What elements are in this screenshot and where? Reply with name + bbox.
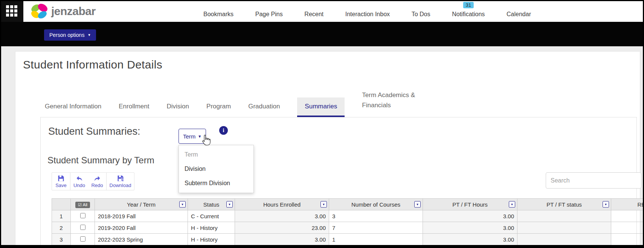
nav-to-dos[interactable]: To Dos (412, 11, 430, 18)
top-bar: jenzabar Bookmarks Page Pins Recent Inte… (0, 0, 644, 22)
grid-header-row: ☑ All Year / Term ▼ Status ▼ (52, 199, 644, 210)
redo-button[interactable]: Redo (88, 173, 106, 190)
rbi-cell (611, 210, 644, 222)
redo-icon (93, 175, 101, 182)
menu-item-subterm-division[interactable]: Subterm Division (179, 176, 253, 190)
jenzabar-logo: jenzabar (30, 2, 96, 20)
tab-graduation[interactable]: Graduation (248, 97, 280, 117)
col-number-of-courses-label: Number of Courses (351, 201, 400, 208)
search-input[interactable] (546, 172, 641, 189)
filter-icon[interactable]: ▼ (320, 201, 327, 208)
download-button[interactable]: Download (106, 173, 134, 190)
ptft-hours-cell: 3.00 (423, 210, 517, 222)
filter-icon[interactable]: ▼ (603, 201, 609, 208)
summary-grid: ☑ All Year / Term ▼ Status ▼ (52, 198, 644, 245)
col-number-of-courses: Number of Courses ▼ (329, 199, 423, 210)
row-select-cell (71, 234, 95, 245)
check-icon: ☑ (78, 202, 82, 207)
row-number: 1 (52, 210, 71, 222)
filter-icon[interactable]: ▼ (509, 201, 515, 208)
app-window: jenzabar Bookmarks Page Pins Recent Inte… (0, 0, 644, 248)
tab-division[interactable]: Division (167, 97, 189, 117)
nav-recent[interactable]: Recent (304, 11, 324, 18)
tab-enrollment[interactable]: Enrollment (119, 97, 149, 117)
ptft-status-cell (517, 234, 611, 245)
table-row: 3 2022-2023 Spring H - History 3.00 1 3.… (52, 234, 644, 245)
undo-button[interactable]: Undo (70, 173, 88, 190)
tab-summaries[interactable]: Summaries (297, 97, 345, 117)
year-term-cell[interactable]: 2018-2019 Fall (95, 210, 188, 222)
hours-enrolled-cell: 3.00 (235, 234, 329, 245)
num-courses-cell[interactable]: 3 (329, 210, 423, 222)
row-checkbox[interactable] (80, 213, 85, 218)
table-row: 1 2018-2019 Fall C - Current 3.00 3 3.00 (52, 210, 644, 222)
menu-item-division[interactable]: Division (179, 162, 253, 176)
status-cell[interactable]: H - History (188, 234, 235, 245)
status-cell[interactable]: H - History (188, 222, 235, 234)
col-year-term-label: Year / Term (127, 201, 156, 208)
nav-page-pins[interactable]: Page Pins (255, 11, 283, 18)
nav-calendar[interactable]: Calendar (507, 11, 531, 18)
row-checkbox[interactable] (80, 236, 85, 242)
tab-bar: General Information Enrollment Division … (45, 88, 427, 117)
person-options-label: Person options (49, 32, 84, 38)
col-status-label: Status (203, 201, 220, 208)
summaries-panel: Student Summaries: Term ▼ i Student Summ… (40, 117, 637, 248)
col-ptft-hours: PT / FT Hours ▼ (423, 199, 517, 210)
content-card: Student Information Details General Info… (15, 51, 640, 248)
ptft-status-cell (517, 222, 611, 234)
person-options-button[interactable]: Person options ▼ (44, 29, 96, 41)
brand-wordmark: jenzabar (51, 5, 96, 18)
notifications-count-badge: 31 (463, 2, 474, 8)
save-label: Save (55, 183, 67, 188)
summary-view-dropdown-button[interactable]: Term ▼ (179, 129, 206, 144)
summary-view-value: Term (183, 133, 195, 140)
status-cell[interactable]: C - Current (188, 210, 235, 222)
col-status: Status ▼ (188, 199, 235, 210)
num-courses-cell[interactable]: 7 (329, 222, 423, 234)
nav-interaction-inbox[interactable]: Interaction Inbox (345, 11, 390, 18)
tab-program[interactable]: Program (206, 97, 231, 117)
hours-enrolled-cell: 23.00 (235, 222, 329, 234)
jenzabar-butterfly-icon (30, 3, 48, 19)
filter-icon[interactable]: ▼ (226, 201, 233, 208)
filter-icon[interactable]: ▼ (414, 201, 421, 208)
info-icon[interactable]: i (219, 126, 228, 135)
nav-bookmarks[interactable]: Bookmarks (203, 11, 233, 18)
tab-general-information[interactable]: General Information (45, 97, 101, 117)
select-all-button[interactable]: ☑ All (75, 202, 90, 208)
year-term-cell[interactable]: 2019-2020 Fall (95, 222, 188, 234)
grid-toolbar: Save Undo Redo (52, 172, 134, 190)
save-icon (57, 175, 65, 182)
year-term-cell[interactable]: 2022-2023 Spring (95, 234, 188, 245)
ptft-hours-cell: 3.00 (423, 234, 517, 245)
app-launcher-button[interactable] (0, 0, 23, 22)
page-title: Student Information Details (23, 58, 162, 71)
save-button[interactable]: Save (52, 173, 70, 190)
col-hours-enrolled-label: Hours Enrolled (263, 201, 301, 208)
chevron-down-icon: ▼ (87, 33, 91, 37)
download-icon (117, 175, 124, 182)
col-ptft-status: PT / FT status ▼ (517, 199, 611, 210)
filter-icon[interactable]: ▼ (179, 201, 186, 208)
tab-term-academics-financials[interactable]: Term Academics & Financials (362, 85, 427, 117)
col-ptft-hours-label: PT / FT Hours (452, 201, 488, 208)
chevron-down-icon: ▼ (198, 134, 201, 138)
grid-icon (6, 5, 17, 17)
nav-notifications[interactable]: 31 Notifications (452, 11, 485, 18)
redo-label: Redo (91, 183, 103, 188)
rbi-cell (611, 222, 644, 234)
row-number: 2 (52, 222, 71, 234)
nav-notifications-label: Notifications (452, 11, 485, 17)
select-all-label: All (83, 202, 87, 207)
row-checkbox[interactable] (80, 225, 85, 230)
ptft-hours-cell: 3.00 (423, 222, 517, 234)
section-title: Student Summary by Term (47, 155, 154, 166)
col-year-term: Year / Term ▼ (95, 199, 188, 210)
num-courses-cell[interactable]: 1 (329, 234, 423, 245)
menu-item-term[interactable]: Term (179, 148, 253, 162)
table-row: 2 2019-2020 Fall H - History 23.00 7 3.0… (52, 222, 644, 234)
summary-view-menu: Term Division Subterm Division (179, 145, 254, 193)
row-select-cell (71, 222, 95, 234)
student-summaries-label: Student Summaries: (48, 126, 140, 137)
